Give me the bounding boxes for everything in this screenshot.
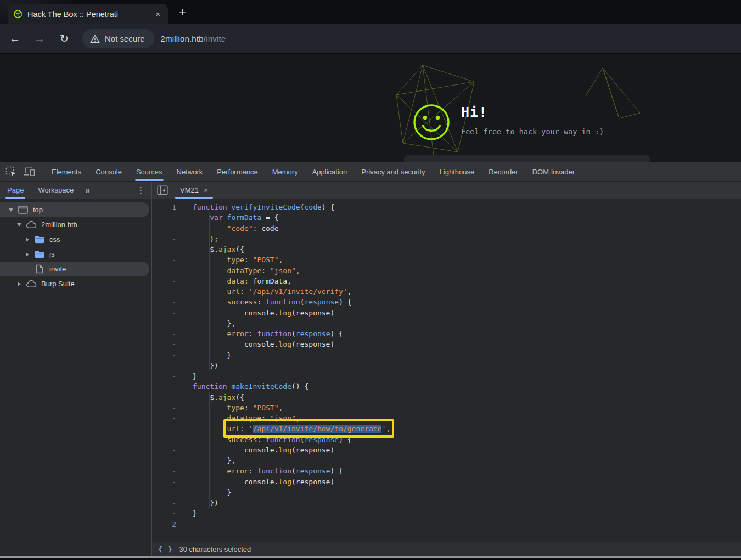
code-line[interactable]: -}) [152,497,741,508]
browser-tab[interactable]: Hack The Box :: Penetrati × [8,4,168,24]
navigator-toggle-icon[interactable] [152,185,173,195]
line-number[interactable]: - [152,392,186,403]
security-chip[interactable]: Not secure [82,29,154,48]
invite-code-input[interactable] [404,155,650,162]
code-editor[interactable]: 1function verifyInviteCode(code) {-var f… [152,199,741,542]
line-number[interactable]: - [152,487,186,497]
line-number[interactable]: - [152,497,186,508]
code-line[interactable]: -dataType: "json", [152,413,741,423]
chevron-down-icon[interactable] [7,208,15,212]
devtools-tab-network[interactable]: Network [170,162,210,181]
line-number[interactable]: - [152,329,186,339]
tree-item-burp-suite[interactable]: Burp Suite [0,276,151,291]
devtools-tab-performance[interactable]: Performance [210,162,265,181]
code-line[interactable]: -data: formData, [152,276,741,286]
tree-item-2million-htb[interactable]: 2million.htb [0,217,151,232]
code-line[interactable]: -} [152,487,741,497]
tree-item-js[interactable]: js [0,247,151,262]
line-number[interactable]: - [152,308,186,318]
code-line[interactable]: -$.ajax({ [152,392,741,403]
devtools-tab-recorder[interactable]: Recorder [481,162,525,181]
tree-item-css[interactable]: css [0,232,151,247]
tab-close-icon[interactable]: × [153,9,162,19]
line-number[interactable]: - [152,508,186,518]
code-line[interactable]: -"code": code [152,223,741,234]
code-line[interactable]: -}, [152,455,741,466]
chevron-right-icon[interactable] [15,282,23,286]
code-line[interactable]: -console.log(response) [152,477,741,487]
line-number[interactable]: - [152,318,186,329]
code-line[interactable]: -console.log(response) [152,339,741,349]
line-number[interactable]: - [152,244,186,254]
line-number[interactable]: - [152,212,186,223]
sources-subtab-workspace[interactable]: Workspace [31,182,81,199]
inspect-element-icon[interactable] [3,165,19,179]
more-tabs-icon[interactable]: » [81,185,94,195]
line-number[interactable]: - [152,223,186,234]
code-line[interactable]: -success: function(response) { [152,434,741,445]
devtools-tab-console[interactable]: Console [88,162,129,181]
devtools-tab-lighthouse[interactable]: Lighthouse [433,162,482,181]
code-line[interactable]: -}, [152,318,741,329]
devtools-tab-sources[interactable]: Sources [129,162,170,181]
line-number[interactable]: - [152,350,186,360]
pretty-print-icon[interactable]: { } [158,545,172,553]
line-number[interactable]: - [152,466,186,476]
code-line[interactable]: -type: "POST", [152,254,741,265]
devtools-tab-application[interactable]: Application [305,162,355,181]
code-line[interactable]: -console.log(response) [152,445,741,455]
new-tab-button[interactable]: + [176,5,189,19]
line-number[interactable]: - [152,254,186,265]
tree-item-top[interactable]: top [0,202,149,217]
sources-subtab-page[interactable]: Page [0,182,31,199]
editor-tab-vm21[interactable]: VM21 × [173,182,215,199]
devtools-tab-dom-invader[interactable]: DOM Invader [525,162,582,181]
code-line[interactable]: -dataType: "json", [152,265,741,276]
line-number[interactable]: - [152,297,186,307]
line-number[interactable]: - [152,265,186,276]
tree-item-invite[interactable]: invite [0,262,149,276]
forward-icon[interactable]: → [30,30,49,48]
device-toolbar-icon[interactable] [22,165,37,179]
code-line[interactable]: -} [152,371,741,381]
line-number[interactable]: - [152,455,186,466]
back-icon[interactable]: ← [5,30,24,48]
code-line[interactable]: 1function verifyInviteCode(code) { [152,202,741,212]
line-number[interactable]: - [152,434,186,445]
chevron-down-icon[interactable] [15,223,23,227]
code-line[interactable]: -url: '/api/v1/invite/how/to/generate', [152,423,741,434]
code-line[interactable]: -} [152,350,741,360]
code-line[interactable]: 2 [152,519,741,529]
line-number[interactable]: - [152,413,186,423]
line-number[interactable]: - [152,403,186,413]
code-line[interactable]: -console.log(response) [152,308,741,318]
code-line[interactable]: -var formData = { [152,212,741,223]
code-line[interactable]: -error: function(response) { [152,329,741,339]
editor-tab-close-icon[interactable]: × [204,186,208,195]
devtools-tab-privacy-and-security[interactable]: Privacy and security [354,162,432,181]
devtools-tab-elements[interactable]: Elements [44,162,88,181]
line-number[interactable]: - [152,286,186,297]
code-line[interactable]: -error: function(response) { [152,466,741,476]
code-line[interactable]: -url: '/api/v1/invite/verify', [152,286,741,297]
line-number[interactable]: - [152,381,186,392]
line-number[interactable]: - [152,276,186,286]
devtools-tab-memory[interactable]: Memory [265,162,305,181]
code-line[interactable]: -$.ajax({ [152,244,741,254]
line-number[interactable]: - [152,360,186,371]
line-number[interactable]: 2 [152,519,186,529]
line-number[interactable]: - [152,339,186,349]
line-number[interactable]: - [152,371,186,381]
line-number[interactable]: - [152,234,186,244]
code-line[interactable]: -} [152,508,741,518]
chevron-right-icon[interactable] [23,252,31,257]
more-options-icon[interactable]: ⋮ [130,185,151,195]
line-number[interactable]: - [152,423,186,434]
code-line[interactable]: -}; [152,234,741,244]
code-line[interactable]: -type: "POST", [152,403,741,413]
code-line[interactable]: -}) [152,360,741,371]
address-bar[interactable]: 2million.htb/invite [161,34,226,43]
line-number[interactable]: - [152,477,186,487]
line-number[interactable]: 1 [152,202,186,212]
reload-icon[interactable]: ↻ [55,30,74,48]
